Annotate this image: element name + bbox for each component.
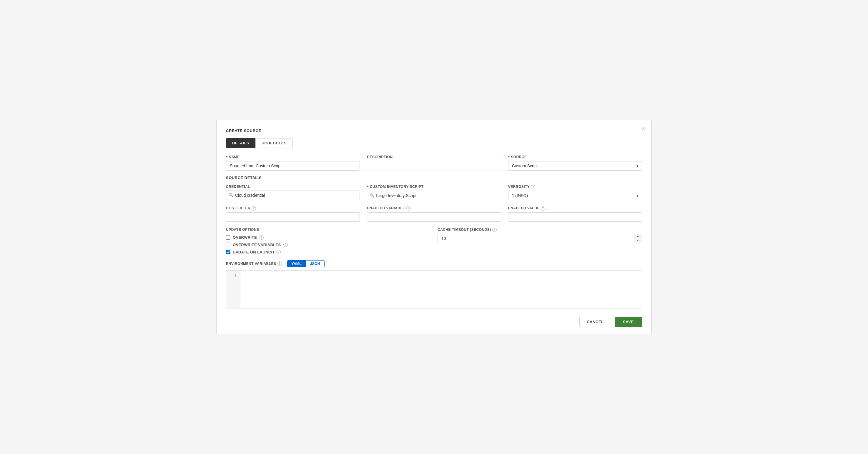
- env-variables-section: ENVIRONMENT VARIABLES ? YAML JSON 1 ---: [226, 260, 642, 309]
- update-options-label: UPDATE OPTIONS: [226, 228, 431, 232]
- host-filter-help-icon[interactable]: ?: [252, 206, 256, 210]
- enabled-value-label: ENABLED VALUE ?: [508, 206, 642, 210]
- cancel-button[interactable]: CANCEL: [579, 317, 611, 327]
- overwrite-row: OVERWRITE ?: [226, 235, 431, 240]
- top-fields-row: * NAME DESCRIPTION * SOURCE Custom Scrip…: [226, 155, 642, 170]
- custom-inventory-script-input-wrapper[interactable]: 🔍: [367, 191, 501, 200]
- modal-title: CREATE SOURCE: [226, 129, 642, 133]
- source-select[interactable]: Custom Script Amazon EC2 Google Compute …: [508, 161, 642, 170]
- credential-field-group: CREDENTIAL 🔍: [226, 185, 360, 200]
- custom-inventory-script-input[interactable]: [376, 191, 498, 200]
- source-details-row2: HOST FILTER ? ENABLED VARIABLE ? ENABLED…: [226, 206, 642, 222]
- update-on-launch-help-icon[interactable]: ?: [276, 250, 281, 254]
- cis-required-star: *: [367, 185, 369, 189]
- description-input[interactable]: [367, 161, 501, 170]
- update-options-row: UPDATE OPTIONS OVERWRITE ? OVERWRITE VAR…: [226, 228, 642, 254]
- host-filter-input[interactable]: [226, 212, 360, 222]
- verbosity-label: VERBOSITY ?: [508, 185, 642, 189]
- cache-timeout-decrement[interactable]: ▼: [634, 238, 642, 243]
- env-code-content[interactable]: ---: [240, 270, 642, 308]
- source-select-wrapper: Custom Script Amazon EC2 Google Compute …: [508, 161, 642, 170]
- name-field-group: * NAME: [226, 155, 360, 170]
- custom-inventory-script-field-group: * CUSTOM INVENTORY SCRIPT 🔍: [367, 185, 501, 200]
- cache-timeout-spinner-btns: ▲ ▼: [634, 234, 642, 243]
- credential-label: CREDENTIAL: [226, 185, 360, 189]
- overwrite-checkbox[interactable]: [226, 235, 230, 240]
- cache-timeout-label: CACHE TIMEOUT (SECONDS) ?: [437, 228, 642, 232]
- verbosity-help-icon[interactable]: ?: [531, 185, 535, 189]
- source-required-star: *: [508, 155, 510, 159]
- overwrite-variables-help-icon[interactable]: ?: [283, 242, 288, 247]
- overwrite-help-icon[interactable]: ?: [259, 235, 264, 240]
- cache-timeout-spinner[interactable]: ▲ ▼: [437, 234, 642, 243]
- credential-search-icon: 🔍: [228, 193, 233, 197]
- overwrite-variables-label: OVERWRITE VARIABLES: [233, 242, 281, 247]
- update-on-launch-row: UPDATE ON LAUNCH ?: [226, 250, 431, 254]
- custom-inventory-script-label: * CUSTOM INVENTORY SCRIPT: [367, 185, 501, 189]
- save-button[interactable]: SAVE: [615, 317, 642, 327]
- enabled-variable-input[interactable]: [367, 212, 501, 222]
- update-on-launch-label: UPDATE ON LAUNCH: [233, 250, 274, 254]
- host-filter-field-group: HOST FILTER ?: [226, 206, 360, 222]
- credential-input[interactable]: [235, 191, 357, 200]
- tab-bar: DETAILS SCHEDULES: [226, 138, 642, 148]
- enabled-value-input[interactable]: [508, 212, 642, 222]
- source-field-group: * SOURCE Custom Script Amazon EC2 Google…: [508, 155, 642, 170]
- credential-search-input-wrapper[interactable]: 🔍: [226, 191, 360, 200]
- description-label: DESCRIPTION: [367, 155, 501, 159]
- name-required-star: *: [226, 155, 228, 159]
- modal-footer: CANCEL SAVE: [226, 317, 642, 327]
- enabled-value-field-group: ENABLED VALUE ?: [508, 206, 642, 222]
- source-details-row1: CREDENTIAL 🔍 * CUSTOM INVENTORY SCRIPT 🔍…: [226, 185, 642, 200]
- update-on-launch-checkbox[interactable]: [226, 250, 230, 254]
- source-details-section-title: SOURCE DETAILS: [226, 170, 642, 180]
- enabled-variable-field-group: ENABLED VARIABLE ?: [367, 206, 501, 222]
- name-input[interactable]: [226, 161, 360, 170]
- cache-timeout-help-icon[interactable]: ?: [492, 228, 497, 232]
- verbosity-field-group: VERBOSITY ? 0 (WARNING) 1 (INFO) 2 (DEBU…: [508, 185, 642, 200]
- name-label: * NAME: [226, 155, 360, 159]
- verbosity-select[interactable]: 0 (WARNING) 1 (INFO) 2 (DEBUG): [508, 191, 642, 200]
- yaml-toggle-button[interactable]: YAML: [287, 261, 306, 267]
- tab-schedules[interactable]: SCHEDULES: [255, 138, 293, 148]
- update-options-group: UPDATE OPTIONS OVERWRITE ? OVERWRITE VAR…: [226, 228, 431, 254]
- tab-details[interactable]: DETAILS: [226, 138, 255, 148]
- overwrite-variables-row: OVERWRITE VARIABLES ?: [226, 242, 431, 247]
- enabled-variable-help-icon[interactable]: ?: [406, 206, 411, 210]
- cache-timeout-field-group: CACHE TIMEOUT (SECONDS) ? ▲ ▼: [437, 228, 642, 243]
- env-variables-help-icon[interactable]: ?: [277, 261, 282, 266]
- overwrite-variables-checkbox[interactable]: [226, 242, 230, 247]
- source-label: * SOURCE: [508, 155, 642, 159]
- cache-timeout-input[interactable]: [438, 234, 634, 243]
- env-variables-label: ENVIRONMENT VARIABLES ?: [226, 261, 282, 266]
- description-field-group: DESCRIPTION: [367, 155, 501, 170]
- update-options-checkboxes: OVERWRITE ? OVERWRITE VARIABLES ? UPDATE…: [226, 235, 431, 254]
- close-button[interactable]: ×: [642, 126, 645, 131]
- env-line-numbers: 1: [226, 270, 240, 308]
- env-variables-toggle-group: YAML JSON: [287, 260, 324, 267]
- create-source-modal: × CREATE SOURCE DETAILS SCHEDULES * NAME…: [216, 120, 652, 334]
- env-variables-label-row: ENVIRONMENT VARIABLES ? YAML JSON: [226, 260, 642, 267]
- env-variables-editor[interactable]: 1 ---: [226, 270, 642, 309]
- overwrite-label: OVERWRITE: [233, 235, 257, 240]
- verbosity-select-wrapper: 0 (WARNING) 1 (INFO) 2 (DEBUG): [508, 191, 642, 200]
- host-filter-label: HOST FILTER ?: [226, 206, 360, 210]
- cache-timeout-increment[interactable]: ▲: [634, 234, 642, 238]
- enabled-value-help-icon[interactable]: ?: [541, 206, 545, 210]
- enabled-variable-label: ENABLED VARIABLE ?: [367, 206, 501, 210]
- custom-inventory-script-search-icon: 🔍: [370, 193, 374, 198]
- json-toggle-button[interactable]: JSON: [306, 261, 324, 267]
